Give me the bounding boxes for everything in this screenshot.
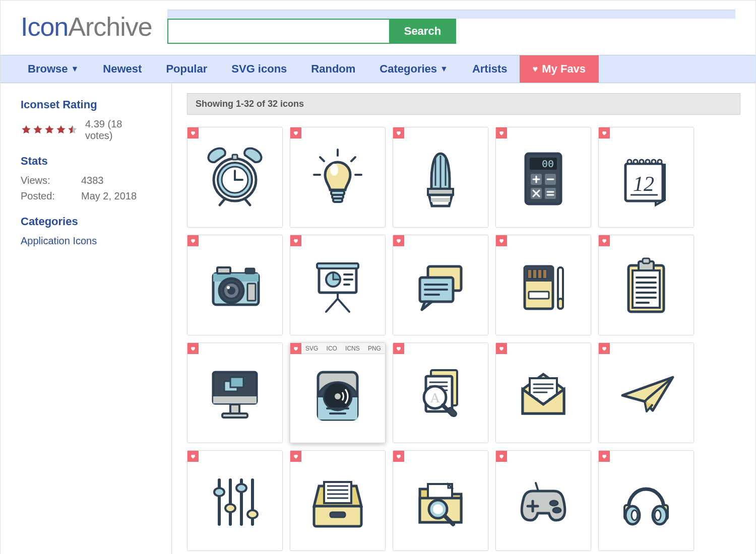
- favorite-badge[interactable]: [599, 451, 610, 462]
- format-png[interactable]: PNG: [368, 345, 381, 352]
- headphones-icon: [613, 468, 679, 533]
- logo-part2: Archive: [68, 12, 152, 41]
- nav-categories[interactable]: Categories▼: [367, 55, 460, 83]
- search-input[interactable]: [167, 19, 389, 44]
- icon-card-cigarette-pack[interactable]: [495, 235, 591, 335]
- document-search-icon: [408, 360, 473, 426]
- search-button[interactable]: Search: [389, 19, 456, 44]
- nav-browse[interactable]: Browse▼: [16, 55, 91, 83]
- computer-monitor-icon: [202, 360, 268, 426]
- icon-card-presentation-chart[interactable]: [290, 235, 386, 335]
- star-icon[interactable]: [21, 124, 32, 135]
- email-envelope-icon: [511, 360, 576, 426]
- star-icon[interactable]: [44, 124, 55, 135]
- chevron-down-icon: ▼: [71, 64, 79, 74]
- category-link[interactable]: Application Icons: [21, 235, 151, 247]
- favorite-badge[interactable]: [393, 127, 404, 138]
- file-drawer-icon: [305, 468, 370, 533]
- icon-card-folder-search[interactable]: [393, 450, 488, 551]
- icon-card-lightbulb[interactable]: [290, 127, 386, 228]
- lightbulb-icon: [305, 145, 370, 210]
- cactus-icon: [408, 145, 473, 210]
- favorite-badge[interactable]: [187, 451, 199, 462]
- views-label: Views:: [21, 175, 81, 186]
- rating-text: 4.39 (18 votes): [85, 118, 151, 142]
- favorite-badge[interactable]: [496, 127, 507, 138]
- favorite-badge[interactable]: [290, 451, 301, 462]
- favorite-badge[interactable]: [290, 235, 301, 246]
- icon-card-headphones[interactable]: [598, 450, 694, 551]
- icon-card-camera[interactable]: [187, 235, 283, 335]
- favorite-badge[interactable]: [599, 127, 610, 138]
- presentation-chart-icon: [305, 252, 370, 318]
- chevron-down-icon: ▼: [440, 64, 448, 74]
- favorite-badge[interactable]: [393, 343, 404, 354]
- favorite-badge[interactable]: [393, 451, 404, 462]
- favorite-badge[interactable]: [496, 235, 507, 246]
- stats-title: Stats: [21, 155, 151, 168]
- equalizer-sliders-icon: [202, 468, 268, 533]
- favorite-badge[interactable]: [290, 343, 301, 354]
- disk-drive-icon: [305, 360, 370, 426]
- main-content: Showing 1-32 of 32 icons SVGICOICNSPNG: [172, 83, 755, 554]
- rating-title: Iconset Rating: [21, 98, 151, 111]
- header: IconArchive Search: [1, 1, 755, 55]
- main-nav: Browse▼ Newest Popular SVG icons Random …: [1, 55, 755, 83]
- icon-card-file-drawer[interactable]: [290, 450, 386, 551]
- favorite-badge[interactable]: [599, 235, 610, 246]
- header-search-area: Search: [167, 10, 735, 44]
- icon-card-alarm-clock[interactable]: [187, 127, 283, 228]
- calculator-icon: [511, 145, 576, 210]
- icon-card-email-envelope[interactable]: [495, 342, 591, 443]
- nav-my-favs[interactable]: ♥My Favs: [520, 55, 599, 83]
- icon-card-calendar[interactable]: [598, 127, 694, 228]
- nav-newest[interactable]: Newest: [91, 55, 154, 83]
- nav-artists[interactable]: Artists: [460, 55, 520, 83]
- nav-svg[interactable]: SVG icons: [219, 55, 299, 83]
- nav-random[interactable]: Random: [299, 55, 367, 83]
- nav-categories-label: Categories: [380, 62, 437, 76]
- posted-label: Posted:: [21, 190, 81, 202]
- icon-card-clipboard[interactable]: [598, 235, 694, 335]
- rating-stars[interactable]: [21, 124, 78, 135]
- format-icns[interactable]: ICNS: [345, 345, 360, 352]
- nav-favs-label: My Favs: [542, 62, 586, 76]
- icon-card-chat-bubbles[interactable]: [393, 235, 488, 335]
- camera-icon: [202, 252, 268, 318]
- nav-browse-label: Browse: [28, 62, 68, 76]
- alarm-clock-icon: [202, 145, 268, 210]
- chat-bubbles-icon: [408, 252, 473, 318]
- favorite-badge[interactable]: [599, 343, 610, 354]
- icon-card-disk-drive[interactable]: SVGICOICNSPNG: [290, 342, 386, 443]
- sidebar: Iconset Rating 4.39 (18 votes) Stats Vie…: [1, 83, 172, 554]
- star-icon[interactable]: [55, 124, 67, 135]
- categories-title: Categories: [21, 215, 151, 228]
- nav-popular[interactable]: Popular: [154, 55, 219, 83]
- folder-search-icon: [408, 468, 473, 533]
- icon-card-computer-monitor[interactable]: [187, 342, 283, 443]
- cigarette-pack-icon: [511, 252, 576, 318]
- icon-card-calculator[interactable]: [495, 127, 591, 228]
- icon-card-cactus[interactable]: [393, 127, 488, 228]
- favorite-badge[interactable]: [187, 127, 199, 138]
- format-ico[interactable]: ICO: [327, 345, 337, 352]
- gamepad-icon: [511, 468, 576, 533]
- favorite-badge[interactable]: [393, 235, 404, 246]
- icon-card-gamepad[interactable]: [495, 450, 591, 551]
- calendar-icon: [613, 145, 679, 210]
- posted-value: May 2, 2018: [81, 190, 137, 202]
- icon-card-document-search[interactable]: [393, 342, 488, 443]
- favorite-badge[interactable]: [290, 127, 301, 138]
- icon-card-equalizer-sliders[interactable]: [187, 450, 283, 551]
- site-logo[interactable]: IconArchive: [21, 12, 152, 42]
- favorite-badge[interactable]: [187, 235, 199, 246]
- star-icon[interactable]: [32, 124, 43, 135]
- logo-part1: Icon: [21, 12, 68, 41]
- results-count: Showing 1-32 of 32 icons: [187, 93, 740, 115]
- favorite-badge[interactable]: [496, 343, 507, 354]
- icon-card-paper-plane[interactable]: [598, 342, 694, 443]
- favorite-badge[interactable]: [496, 451, 507, 462]
- favorite-badge[interactable]: [187, 343, 199, 354]
- star-icon[interactable]: [67, 124, 78, 135]
- format-svg[interactable]: SVG: [305, 345, 318, 352]
